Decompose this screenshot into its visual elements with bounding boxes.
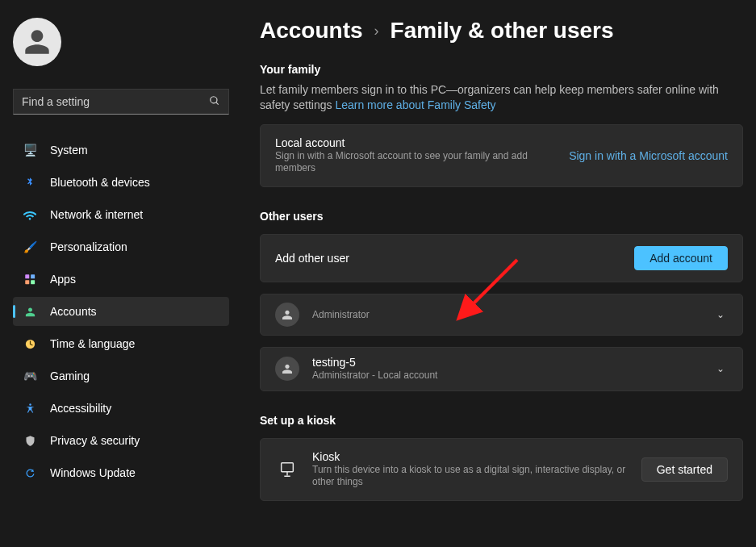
sidebar-item-gaming[interactable]: 🎮 Gaming: [13, 361, 229, 390]
wifi-icon: [23, 207, 37, 222]
kiosk-heading: Set up a kiosk: [260, 414, 743, 427]
chevron-down-icon[interactable]: ⌄: [713, 360, 728, 378]
person-icon: [23, 27, 52, 56]
apps-icon: [23, 272, 37, 286]
svg-rect-0: [25, 274, 29, 278]
sidebar-item-label: Accounts: [50, 305, 97, 318]
accessibility-icon: [23, 401, 37, 415]
brush-icon: 🖌️: [23, 240, 37, 254]
sidebar-item-label: Gaming: [50, 370, 90, 382]
search-input[interactable]: [22, 95, 203, 108]
family-heading: Your family: [260, 63, 743, 76]
sidebar-item-label: System: [50, 144, 88, 157]
sidebar-item-label: Apps: [50, 273, 76, 286]
sidebar-item-label: Personalization: [50, 240, 127, 253]
user-role: Administrator - Local account: [312, 370, 700, 382]
user-name: testing-5: [312, 356, 700, 369]
breadcrumb-parent[interactable]: Accounts: [260, 18, 363, 44]
person-icon: [23, 304, 37, 319]
user-card-testing5[interactable]: testing-5 Administrator - Local account …: [260, 347, 743, 391]
sidebar-item-accounts[interactable]: Accounts: [13, 297, 229, 326]
sidebar-item-label: Time & language: [50, 337, 135, 350]
kiosk-card: Kiosk Turn this device into a kiosk to u…: [260, 438, 743, 501]
sidebar-nav: 🖥️ System Bluetooth & devices Network & …: [13, 136, 229, 487]
signin-microsoft-link[interactable]: Sign in with a Microsoft account: [569, 149, 728, 162]
user-avatar[interactable]: [13, 18, 61, 66]
display-icon: 🖥️: [23, 143, 37, 157]
sidebar-item-label: Privacy & security: [50, 434, 140, 447]
clock-icon: [23, 336, 37, 351]
person-icon: [281, 362, 294, 375]
family-description: Let family members sign in to this PC—or…: [260, 82, 743, 113]
kiosk-icon: [275, 461, 299, 478]
sidebar-item-label: Windows Update: [50, 466, 136, 479]
breadcrumb-current: Family & other users: [391, 18, 614, 44]
main-content: Accounts › Family & other users Your fam…: [242, 0, 756, 547]
svg-point-5: [29, 403, 31, 406]
sidebar-item-personalization[interactable]: 🖌️ Personalization: [13, 232, 229, 261]
kiosk-subtitle: Turn this device into a kiosk to use as …: [312, 464, 629, 489]
add-other-user-card: Add other user Add account: [260, 234, 743, 282]
svg-rect-1: [31, 274, 35, 278]
chevron-right-icon: ›: [374, 23, 379, 40]
sidebar-item-update[interactable]: Windows Update: [13, 458, 229, 487]
sidebar-item-bluetooth[interactable]: Bluetooth & devices: [13, 168, 229, 197]
sidebar-item-label: Bluetooth & devices: [50, 176, 150, 189]
sidebar-item-accessibility[interactable]: Accessibility: [13, 394, 229, 423]
person-icon: [281, 308, 294, 321]
sidebar-item-network[interactable]: Network & internet: [13, 200, 229, 229]
gamepad-icon: 🎮: [23, 369, 37, 383]
chevron-down-icon[interactable]: ⌄: [713, 306, 728, 324]
add-account-button[interactable]: Add account: [634, 246, 728, 270]
shield-icon: [23, 433, 37, 448]
breadcrumb: Accounts › Family & other users: [260, 18, 743, 44]
sidebar-item-label: Accessibility: [50, 402, 111, 415]
user-avatar-icon: [275, 357, 299, 381]
svg-rect-3: [31, 280, 35, 284]
user-card-administrator[interactable]: Administrator ⌄: [260, 294, 743, 336]
add-other-user-title: Add other user: [275, 252, 621, 265]
local-account-card: Local account Sign in with a Microsoft a…: [260, 124, 743, 187]
sidebar-item-time[interactable]: Time & language: [13, 329, 229, 358]
search-input-container[interactable]: [13, 89, 229, 115]
kiosk-title: Kiosk: [312, 450, 629, 463]
sidebar-item-system[interactable]: 🖥️ System: [13, 136, 229, 165]
search-icon: [209, 95, 220, 109]
local-account-title: Local account: [275, 136, 556, 149]
kiosk-get-started-button[interactable]: Get started: [641, 457, 728, 482]
local-account-subtitle: Sign in with a Microsoft account to see …: [275, 150, 556, 175]
other-users-heading: Other users: [260, 210, 743, 223]
svg-rect-6: [282, 462, 294, 471]
bluetooth-icon: [23, 175, 37, 190]
user-avatar-icon: [275, 303, 299, 327]
family-learn-more-link[interactable]: Learn more about Family Safety: [335, 98, 495, 111]
update-icon: [23, 466, 37, 480]
svg-rect-2: [25, 280, 29, 284]
sidebar-item-label: Network & internet: [50, 208, 143, 221]
sidebar-item-apps[interactable]: Apps: [13, 265, 229, 294]
sidebar: 🖥️ System Bluetooth & devices Network & …: [0, 0, 242, 547]
sidebar-item-privacy[interactable]: Privacy & security: [13, 426, 229, 455]
user-role: Administrator: [312, 309, 700, 322]
